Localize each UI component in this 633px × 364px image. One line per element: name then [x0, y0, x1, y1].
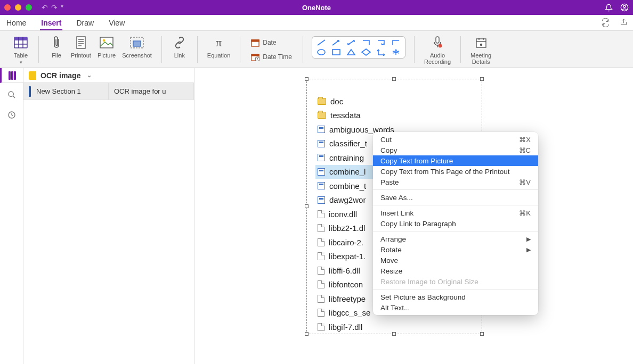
- context-menu-item: Restore Image to Original Size: [373, 276, 538, 287]
- ribbon-audio[interactable]: AudioRecording: [421, 34, 454, 66]
- file-name: libffi-6.dll: [329, 266, 360, 275]
- file-row: doc: [318, 94, 472, 109]
- context-menu-item[interactable]: Move: [373, 255, 538, 266]
- svg-point-37: [9, 92, 13, 96]
- line-icon[interactable]: [316, 39, 326, 46]
- context-menu-label: Rotate: [380, 246, 402, 254]
- triangle-icon[interactable]: [346, 48, 356, 56]
- page-tab[interactable]: OCR image for u: [109, 83, 194, 100]
- context-menu-item[interactable]: Alt Text...: [373, 302, 538, 313]
- file-name: libbz2-1.dl: [329, 224, 365, 233]
- page-name: OCR image for u: [114, 87, 166, 95]
- section-tab[interactable]: New Section 1: [23, 83, 109, 100]
- redo-icon[interactable]: ↷: [51, 3, 58, 12]
- undo-icon[interactable]: ↶: [42, 3, 48, 12]
- elbow-rev-icon[interactable]: [391, 39, 401, 46]
- ribbon-equation-label: Equation: [207, 52, 230, 59]
- file-name: dawg2wor: [329, 195, 366, 204]
- double-arrow-icon[interactable]: [346, 39, 356, 46]
- axes3d-icon[interactable]: [391, 48, 401, 56]
- ribbon-printout[interactable]: Printout: [68, 34, 94, 60]
- ribbon-link[interactable]: Link: [168, 34, 191, 60]
- context-menu-item[interactable]: Resize: [373, 266, 538, 276]
- exe-icon: [318, 168, 325, 176]
- printout-icon: [76, 35, 86, 50]
- sync-icon[interactable]: [601, 18, 610, 27]
- section-name: New Section 1: [36, 87, 81, 95]
- context-menu-label: Set Picture as Background: [380, 293, 466, 301]
- ribbon-equation[interactable]: π Equation: [204, 34, 233, 60]
- file-name: cntraining: [329, 153, 364, 162]
- context-menu-item[interactable]: Copy Text from Picture: [373, 155, 538, 166]
- menu-view[interactable]: View: [108, 19, 126, 27]
- ribbon-screenshot[interactable]: Screenshot: [119, 34, 155, 60]
- account-icon[interactable]: [620, 3, 629, 12]
- qat-dropdown-icon[interactable]: ▾: [61, 3, 63, 12]
- folder-icon: [318, 98, 326, 105]
- svg-rect-25: [332, 49, 340, 55]
- search-icon[interactable]: [7, 90, 16, 99]
- elbow-icon[interactable]: [361, 39, 371, 46]
- minimize-window-button[interactable]: [15, 4, 21, 11]
- context-menu-item[interactable]: Save As...: [373, 192, 538, 203]
- side-rail: [0, 68, 23, 364]
- file-name: libfreetype: [329, 294, 366, 303]
- ribbon-picture[interactable]: Picture: [94, 34, 119, 60]
- equation-icon: π: [216, 35, 222, 50]
- ribbon-printout-label: Printout: [71, 52, 91, 59]
- diamond-icon[interactable]: [361, 48, 371, 56]
- shapes-gallery[interactable]: [312, 36, 405, 59]
- ellipse-icon[interactable]: [316, 48, 326, 56]
- ribbon-table[interactable]: Table ▾: [10, 34, 32, 66]
- context-menu-item[interactable]: Copy Text from This Page of the Printout: [373, 166, 538, 177]
- ribbon-file[interactable]: File: [45, 34, 68, 60]
- svg-rect-7: [77, 37, 85, 48]
- context-menu-label: Copy Text from This Page of the Printout: [380, 168, 510, 176]
- ribbon-datetime[interactable]: Date Time: [249, 52, 294, 62]
- menu-insert[interactable]: Insert: [40, 19, 62, 30]
- context-menu-item[interactable]: Insert Link⌘K: [373, 208, 538, 218]
- ribbon-audio-label1: Audio: [430, 52, 445, 59]
- svg-line-21: [318, 40, 325, 45]
- ribbon-link-label: Link: [174, 52, 185, 59]
- ribbon-table-label: Table: [14, 52, 28, 59]
- maximize-window-button[interactable]: [26, 4, 32, 11]
- svg-line-23: [348, 40, 354, 45]
- menu-home[interactable]: Home: [5, 19, 27, 27]
- arrow-icon[interactable]: [331, 39, 341, 46]
- rect-icon[interactable]: [331, 48, 341, 56]
- picture-icon: [100, 35, 113, 50]
- elbow-arrow-icon[interactable]: [376, 39, 386, 46]
- svg-line-22: [332, 40, 339, 45]
- recent-icon[interactable]: [7, 111, 16, 119]
- file-name: libfontcon: [329, 280, 363, 289]
- context-menu-item[interactable]: Copy Link to Paragraph: [373, 218, 538, 229]
- notebook-icon: [7, 70, 18, 81]
- close-window-button[interactable]: [4, 4, 11, 11]
- file-name: tessdata: [330, 111, 361, 120]
- svg-rect-35: [11, 71, 13, 80]
- context-menu-item[interactable]: Arrange▶: [373, 234, 538, 244]
- svg-rect-36: [14, 71, 16, 80]
- context-menu-item[interactable]: Rotate▶: [373, 244, 538, 255]
- rail-notebook-button[interactable]: [0, 68, 23, 83]
- svg-rect-26: [436, 37, 439, 43]
- ribbon-meeting[interactable]: MeetingDetails: [467, 34, 494, 66]
- exe-icon: [318, 140, 325, 147]
- link-icon: [173, 35, 186, 50]
- notebook-selector[interactable]: OCR image ⌄: [23, 68, 194, 83]
- context-menu-item[interactable]: Set Picture as Background: [373, 292, 538, 302]
- axes-icon[interactable]: [376, 48, 386, 56]
- ribbon-date[interactable]: Date: [249, 38, 278, 48]
- history-controls: ↶ ↷ ▾: [42, 3, 63, 12]
- share-icon[interactable]: [620, 18, 628, 27]
- chevron-down-icon: ▾: [20, 60, 22, 65]
- context-menu-item[interactable]: Paste⌘V: [373, 177, 538, 187]
- context-menu-label: Resize: [380, 267, 402, 275]
- context-menu-item[interactable]: Copy⌘C: [373, 145, 538, 155]
- menu-draw[interactable]: Draw: [75, 19, 95, 27]
- exe-icon: [318, 196, 325, 204]
- notifications-icon[interactable]: [605, 4, 613, 12]
- context-menu-item[interactable]: Cut⌘X: [373, 134, 538, 145]
- window-controls: [4, 4, 32, 11]
